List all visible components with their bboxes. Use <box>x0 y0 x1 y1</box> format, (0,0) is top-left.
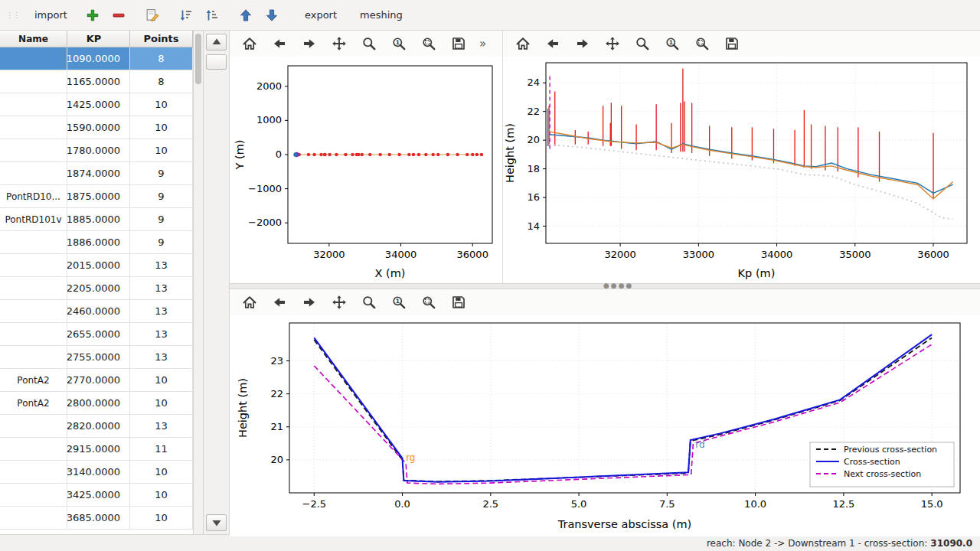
sort-descending-button[interactable] <box>175 5 197 26</box>
table-row[interactable]: PontA232800.000010 <box>0 392 193 415</box>
table-row[interactable]: PontRD101v31885.00009 <box>0 208 193 231</box>
table-row[interactable]: 31874.00009 <box>0 162 193 185</box>
trajectory-plot[interactable]: 320003400036000−2000−1000010002000X (m)Y… <box>230 57 502 285</box>
scroll-thumb[interactable] <box>206 54 227 70</box>
forward-button[interactable] <box>299 33 320 54</box>
table-row[interactable]: 32915.000011 <box>0 438 193 461</box>
home-button[interactable] <box>239 292 260 313</box>
zoom-original-button[interactable]: 1 <box>388 33 410 54</box>
cross-section-positions <box>312 153 315 156</box>
zoom-selection-button[interactable] <box>418 33 439 54</box>
save-button[interactable] <box>721 33 743 54</box>
table-scrollbar-thumb[interactable] <box>195 34 201 84</box>
table-row[interactable]: 32820.000013 <box>0 415 193 438</box>
back-button[interactable] <box>269 292 290 313</box>
table-row[interactable]: PontA232770.000010 <box>0 369 193 392</box>
column-header-name[interactable]: Name <box>0 31 67 47</box>
longitudinal-profile-plot[interactable]: 3200033000340003500036000141618202224Kp … <box>503 57 980 285</box>
main-area: NameKPPoints31090.0000831165.0000831425.… <box>0 31 980 534</box>
zoom-icon <box>635 36 650 51</box>
zoom-icon <box>361 36 377 51</box>
cross-section-plot[interactable]: rgrd−2.50.02.55.07.510.012.515.020212223… <box>230 315 980 536</box>
splitter-grip[interactable]: ●●●● <box>603 282 633 289</box>
table-cell <box>0 346 67 368</box>
pan-icon <box>605 36 620 51</box>
table-scrollbar[interactable] <box>193 31 204 534</box>
pan-button[interactable] <box>328 33 350 54</box>
zoom-button[interactable] <box>358 292 380 313</box>
import-button[interactable]: import <box>26 5 76 25</box>
sort-ascending-button[interactable] <box>201 5 223 26</box>
save-button[interactable] <box>448 33 469 54</box>
table-row[interactable]: 31165.00008 <box>0 70 193 93</box>
toolbar-overflow-chevron[interactable]: » <box>479 37 486 51</box>
move-up-button[interactable] <box>235 5 256 26</box>
table-row[interactable]: 32205.000013 <box>0 277 193 300</box>
table-row[interactable]: 31886.00009 <box>0 231 193 254</box>
table-cell <box>0 254 67 276</box>
table-row[interactable]: 32755.000013 <box>0 346 193 369</box>
back-button[interactable] <box>542 33 564 54</box>
zoom-button[interactable] <box>358 33 380 54</box>
export-button[interactable]: export <box>296 5 345 25</box>
status-text: reach: Node 2 -> Downstream 1 - cross-se… <box>707 538 927 549</box>
home-button[interactable] <box>512 33 534 54</box>
forward-button[interactable] <box>299 292 320 313</box>
table-row[interactable]: 31090.00008 <box>0 47 193 70</box>
back-button[interactable] <box>269 33 290 54</box>
table-cell: 13 <box>130 415 193 437</box>
cross-section-positions <box>407 153 410 156</box>
table-row[interactable]: 33425.000010 <box>0 484 193 507</box>
move-down-button[interactable] <box>261 5 283 26</box>
back-icon <box>272 36 287 51</box>
svg-text:24: 24 <box>527 77 540 88</box>
svg-text:33000: 33000 <box>683 249 714 260</box>
pan-button[interactable] <box>328 292 350 313</box>
cross-section-plot-toolbar: 1 <box>230 289 980 315</box>
table-row[interactable]: 33685.000010 <box>0 507 193 530</box>
table-row[interactable]: 32460.000013 <box>0 300 193 323</box>
table-cell <box>0 300 67 322</box>
cross-section-positions <box>335 153 338 156</box>
edit-button[interactable] <box>142 5 163 26</box>
cross-section-table[interactable]: NameKPPoints31090.0000831165.0000831425.… <box>0 31 193 534</box>
cross-section-positions <box>357 153 360 156</box>
home-icon <box>242 295 257 310</box>
pan-button[interactable] <box>602 33 623 54</box>
forward-button[interactable] <box>572 33 593 54</box>
zoom-original-button[interactable]: 1 <box>388 292 410 313</box>
table-cell: 10 <box>130 93 193 116</box>
cross-section-positions <box>328 153 331 156</box>
table-cell <box>0 116 67 139</box>
zoom-selection-button[interactable] <box>418 292 439 313</box>
zoom-button[interactable] <box>632 33 653 54</box>
svg-text:22: 22 <box>527 106 540 117</box>
table-cell: 10 <box>130 139 193 161</box>
save-button[interactable] <box>448 292 469 313</box>
table-row[interactable]: 32015.000013 <box>0 254 193 277</box>
table-row[interactable]: 33140.000010 <box>0 461 193 484</box>
toolbar-grip[interactable]: ⋮⋮ <box>6 11 20 19</box>
table-row[interactable]: 31780.000010 <box>0 139 193 162</box>
scroll-down-button[interactable] <box>206 514 227 531</box>
column-header-kp[interactable]: KP <box>67 31 130 47</box>
zoom-selection-icon <box>421 295 436 310</box>
remove-button[interactable] <box>108 5 129 26</box>
column-header-points[interactable]: Points <box>130 31 193 47</box>
home-button[interactable] <box>239 33 260 54</box>
scroll-up-button[interactable] <box>206 34 227 51</box>
add-button[interactable] <box>82 5 103 26</box>
cross-section-positions <box>361 153 364 156</box>
zoom-selection-button[interactable] <box>691 33 713 54</box>
table-row[interactable]: 31590.000010 <box>0 116 193 139</box>
table-cell: 31090.0000 <box>67 47 130 70</box>
x-axis-label: X (m) <box>375 267 406 279</box>
cross-section-positions <box>471 153 474 156</box>
chart-svg: 320003400036000−2000−1000010002000X (m)Y… <box>230 57 503 283</box>
table-row[interactable]: PontRD10...31875.00009 <box>0 185 193 208</box>
zoom-original-button[interactable]: 1 <box>662 33 683 54</box>
table-row[interactable]: 32655.000013 <box>0 323 193 346</box>
meshing-button[interactable]: meshing <box>351 5 411 25</box>
horizontal-splitter[interactable]: ●●●● <box>230 283 980 289</box>
table-row[interactable]: 31425.000010 <box>0 93 193 116</box>
